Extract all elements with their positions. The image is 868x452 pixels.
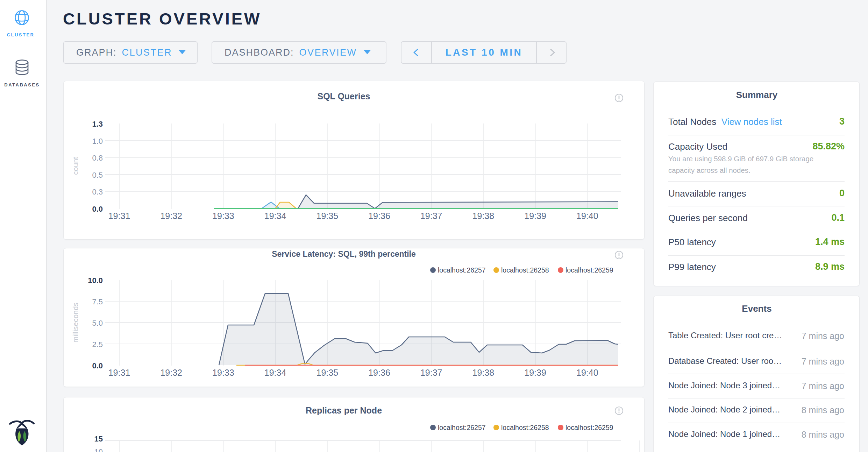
- svg-text:localhost:26258: localhost:26258: [501, 266, 549, 274]
- svg-text:5.0: 5.0: [92, 319, 103, 327]
- svg-text:19:36: 19:36: [368, 211, 390, 221]
- svg-text:19:34: 19:34: [264, 211, 286, 221]
- svg-text:localhost:26259: localhost:26259: [565, 266, 613, 274]
- svg-text:19:37: 19:37: [420, 368, 442, 377]
- svg-text:19:39: 19:39: [524, 368, 546, 377]
- svg-text:milliseconds: milliseconds: [71, 303, 79, 342]
- svg-text:19:38: 19:38: [472, 368, 495, 377]
- svg-text:7.5: 7.5: [92, 297, 103, 306]
- svg-text:19:38: 19:38: [472, 211, 495, 221]
- svg-text:19:34: 19:34: [264, 368, 286, 377]
- svg-text:0.0: 0.0: [92, 205, 103, 213]
- svg-text:localhost:26258: localhost:26258: [501, 424, 549, 431]
- svg-text:19:31: 19:31: [108, 368, 130, 377]
- svg-text:19:35: 19:35: [316, 211, 339, 221]
- svg-text:19:35: 19:35: [316, 368, 339, 377]
- svg-text:10.0: 10.0: [88, 276, 103, 285]
- svg-text:Service Latency: SQL, 99th per: Service Latency: SQL, 99th percentile: [272, 249, 416, 259]
- svg-text:19:32: 19:32: [160, 368, 182, 377]
- svg-text:0.5: 0.5: [92, 171, 103, 179]
- svg-text:19:40: 19:40: [576, 368, 598, 377]
- svg-text:0.8: 0.8: [92, 154, 103, 162]
- svg-text:Replicas per Node: Replicas per Node: [306, 405, 382, 415]
- svg-text:0.3: 0.3: [92, 188, 103, 196]
- svg-text:1.3: 1.3: [92, 120, 103, 128]
- svg-text:19:36: 19:36: [368, 368, 390, 377]
- svg-text:2.5: 2.5: [92, 340, 103, 349]
- svg-text:19:39: 19:39: [524, 211, 546, 221]
- svg-text:19:31: 19:31: [108, 211, 130, 221]
- svg-text:localhost:26259: localhost:26259: [565, 424, 613, 431]
- svg-text:19:33: 19:33: [212, 211, 234, 221]
- svg-text:localhost:26257: localhost:26257: [438, 266, 486, 274]
- svg-text:1.0: 1.0: [92, 137, 103, 146]
- svg-text:19:40: 19:40: [576, 211, 598, 221]
- svg-text:10: 10: [94, 447, 103, 452]
- svg-text:19:33: 19:33: [212, 368, 234, 377]
- svg-text:19:32: 19:32: [160, 211, 182, 221]
- svg-text:count: count: [71, 157, 79, 175]
- svg-text:19:37: 19:37: [420, 211, 442, 221]
- svg-text:15: 15: [94, 435, 103, 443]
- svg-text:localhost:26257: localhost:26257: [438, 424, 486, 431]
- svg-text:0.0: 0.0: [92, 361, 103, 370]
- svg-text:SQL Queries: SQL Queries: [318, 91, 370, 101]
